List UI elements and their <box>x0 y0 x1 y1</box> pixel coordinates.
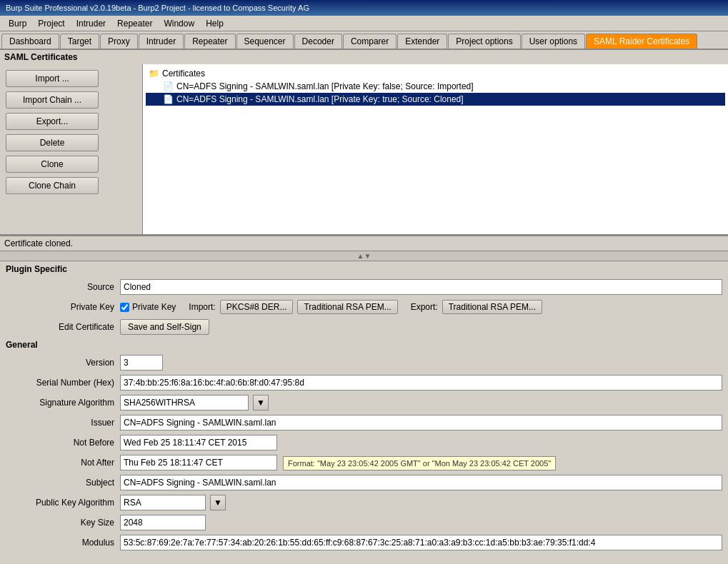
sig-alg-dropdown[interactable]: ▼ <box>253 395 269 411</box>
import-traditional-rsa-button[interactable]: Traditional RSA PEM... <box>297 300 397 314</box>
tab-sequencer[interactable]: Sequencer <box>236 34 294 49</box>
collapse-handle[interactable]: ▲▼ <box>0 251 728 261</box>
clone-button[interactable]: Clone <box>6 156 99 173</box>
source-label: Source <box>6 282 120 292</box>
cert-item-0[interactable]: 📄 CN=ADFS Signing - SAMLWIN.saml.lan [Pr… <box>146 80 725 93</box>
import-chain-button[interactable]: Import Chain ... <box>6 91 99 109</box>
status-bar: Certificate cloned. <box>0 236 728 251</box>
pub-key-alg-row: Public Key Algorithm ▼ <box>0 493 728 513</box>
title-bar: Burp Suite Professional v2.0.19beta - Bu… <box>0 0 728 16</box>
cert-item-1[interactable]: 📄 CN=ADFS Signing - SAMLWIN.saml.lan [Pr… <box>146 93 725 106</box>
key-size-row: Key Size <box>0 513 728 533</box>
subject-label: Subject <box>6 478 120 488</box>
folder-icon: 📁 <box>149 69 159 79</box>
modulus-row: Modulus <box>0 533 728 553</box>
issuer-value-container <box>120 415 722 430</box>
menu-bar: Burp Project Intruder Repeater Window He… <box>0 16 728 31</box>
source-row: Source <box>0 277 728 297</box>
private-key-row: Private Key Private Key Import: PKCS#8 D… <box>0 297 728 317</box>
not-after-wrapper: Format: "May 23 23:05:42 2005 GMT" or "M… <box>120 455 722 470</box>
edit-cert-row: Edit Certificate Save and Self-Sign <box>0 317 728 337</box>
version-label: Version <box>6 358 120 368</box>
saml-section-header: SAML Certificates <box>0 50 728 64</box>
edit-cert-label: Edit Certificate <box>6 322 120 332</box>
not-before-label: Not Before <box>6 438 120 448</box>
pub-key-alg-label: Public Key Algorithm <box>6 498 120 508</box>
issuer-input[interactable] <box>120 415 722 430</box>
menu-window[interactable]: Window <box>158 17 200 30</box>
import-label: Import: <box>189 302 215 312</box>
cert-item-0-label: CN=ADFS Signing - SAMLWIN.saml.lan [Priv… <box>176 81 474 91</box>
serial-input[interactable] <box>120 375 722 391</box>
private-key-checkbox[interactable] <box>120 303 129 312</box>
menu-burp[interactable]: Burp <box>3 17 32 30</box>
pub-key-alg-dropdown[interactable]: ▼ <box>210 495 226 510</box>
tab-comparer[interactable]: Comparer <box>343 34 397 49</box>
cert-tree: 📁 Certificates 📄 CN=ADFS Signing - SAMLW… <box>143 64 728 234</box>
export-button[interactable]: Export... <box>6 113 99 130</box>
tab-saml-raider[interactable]: SAML Raider Certificates <box>586 34 697 49</box>
key-size-input[interactable] <box>120 515 206 530</box>
serial-value-container <box>120 375 722 391</box>
sig-alg-label: Signature Algorithm <box>6 398 120 408</box>
menu-help[interactable]: Help <box>200 17 229 30</box>
chevron-down-icon: ▼ <box>256 398 265 408</box>
collapse-icon: ▲▼ <box>357 252 372 260</box>
cert-tree-root-label: Certificates <box>162 69 205 79</box>
save-self-sign-button[interactable]: Save and Self-Sign <box>120 319 209 335</box>
delete-button[interactable]: Delete <box>6 134 99 151</box>
clone-chain-button[interactable]: Clone Chain <box>6 177 99 194</box>
subject-input[interactable] <box>120 475 722 490</box>
serial-label: Serial Number (Hex) <box>6 378 120 388</box>
left-panel: Import ... Import Chain ... Export... De… <box>0 64 143 234</box>
not-before-row: Not Before <box>0 433 728 453</box>
sig-alg-value-container: ▼ <box>120 395 722 411</box>
tab-bar: Dashboard Target Proxy Intruder Repeater… <box>0 31 728 50</box>
import-button[interactable]: Import ... <box>6 70 99 87</box>
export-traditional-rsa-button[interactable]: Traditional RSA PEM... <box>442 300 542 314</box>
title-text: Burp Suite Professional v2.0.19beta - Bu… <box>6 4 309 12</box>
not-before-value-container <box>120 435 722 450</box>
modulus-input[interactable] <box>120 535 722 550</box>
detail-section: Plugin Specific Source Private Key Priva… <box>0 261 728 564</box>
not-before-input[interactable] <box>120 435 277 450</box>
not-after-row: Not After Format: "May 23 23:05:42 2005 … <box>0 453 728 473</box>
menu-project[interactable]: Project <box>32 17 70 30</box>
cert-item-1-label: CN=ADFS Signing - SAMLWIN.saml.lan [Priv… <box>176 94 464 104</box>
tab-repeater[interactable]: Repeater <box>184 34 235 49</box>
modulus-label: Modulus <box>6 538 120 548</box>
issuer-row: Issuer <box>0 413 728 433</box>
menu-intruder[interactable]: Intruder <box>71 17 111 30</box>
private-key-checkbox-label[interactable]: Private Key <box>120 302 176 312</box>
tab-intruder[interactable]: Intruder <box>139 34 184 49</box>
cert-tree-root: 📁 Certificates <box>146 67 725 80</box>
doc-icon-0: 📄 <box>163 81 174 91</box>
status-text: Certificate cloned. <box>4 238 73 248</box>
tab-proxy[interactable]: Proxy <box>100 34 138 49</box>
import-pkcs8-button[interactable]: PKCS#8 DER... <box>220 300 294 314</box>
version-input[interactable] <box>120 355 163 371</box>
edit-cert-value-container: Save and Self-Sign <box>120 319 722 335</box>
private-key-checkbox-text: Private Key <box>132 302 176 312</box>
tab-dashboard[interactable]: Dashboard <box>1 34 59 49</box>
not-after-input[interactable] <box>120 455 277 470</box>
plugin-specific-header: Plugin Specific <box>0 261 728 277</box>
tab-project-options[interactable]: Project options <box>448 34 520 49</box>
tab-decoder[interactable]: Decoder <box>294 34 342 49</box>
source-value-container <box>120 279 722 295</box>
tab-target[interactable]: Target <box>60 34 99 49</box>
tab-extender[interactable]: Extender <box>397 34 447 49</box>
not-after-label: Not After <box>6 458 120 468</box>
version-row: Version <box>0 353 728 373</box>
menu-repeater[interactable]: Repeater <box>111 17 158 30</box>
pub-key-alg-input[interactable] <box>120 495 206 510</box>
sig-alg-input[interactable] <box>120 395 249 411</box>
subject-row: Subject <box>0 473 728 493</box>
pub-key-alg-value-container: ▼ <box>120 495 722 510</box>
serial-row: Serial Number (Hex) <box>0 373 728 393</box>
source-input[interactable] <box>120 279 722 295</box>
main-content: SAML Certificates Import ... Import Chai… <box>0 50 728 564</box>
modulus-value-container <box>120 535 722 550</box>
tab-user-options[interactable]: User options <box>522 34 585 49</box>
chevron-down-icon-2: ▼ <box>214 498 222 508</box>
